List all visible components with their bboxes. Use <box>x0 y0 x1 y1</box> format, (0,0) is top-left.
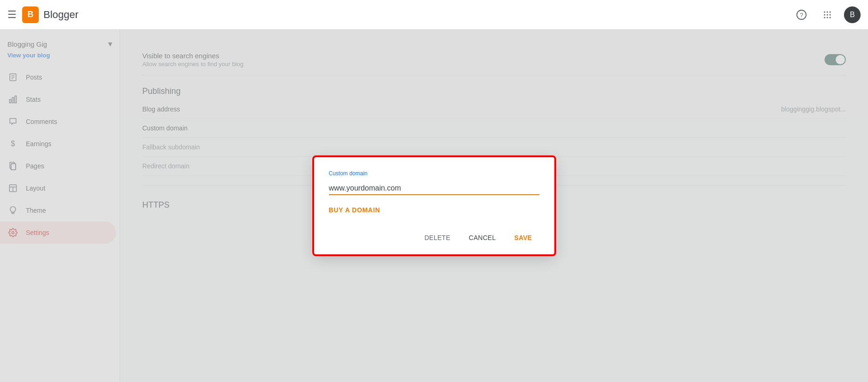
nav-right: ? B <box>792 6 861 24</box>
svg-point-3 <box>827 11 828 12</box>
svg-point-8 <box>824 17 826 18</box>
buy-domain-button[interactable]: BUY A DOMAIN <box>329 206 380 214</box>
cancel-button[interactable]: CANCEL <box>461 230 503 245</box>
svg-point-5 <box>824 14 826 15</box>
domain-input[interactable] <box>329 182 540 195</box>
brand-logo: B <box>22 6 39 23</box>
modal-overlay: Custom domain BUY A DOMAIN DELETE CANCEL… <box>0 30 868 382</box>
user-avatar[interactable]: B <box>844 6 861 23</box>
svg-point-7 <box>830 14 831 15</box>
dialog-actions: DELETE CANCEL SAVE <box>329 227 540 245</box>
svg-point-2 <box>824 11 826 12</box>
svg-point-10 <box>830 17 831 18</box>
apps-grid-icon[interactable] <box>818 6 837 24</box>
dialog-label: Custom domain <box>329 170 540 177</box>
help-icon[interactable]: ? <box>792 6 811 24</box>
custom-domain-dialog: Custom domain BUY A DOMAIN DELETE CANCEL… <box>314 157 554 254</box>
hamburger-icon[interactable]: ☰ <box>7 9 17 21</box>
top-nav: ☰ B Blogger ? B <box>0 0 868 30</box>
svg-text:?: ? <box>800 12 803 18</box>
svg-point-6 <box>827 14 828 15</box>
brand-name: Blogger <box>43 9 792 21</box>
brand-logo-letter: B <box>28 10 34 19</box>
svg-point-9 <box>827 17 828 18</box>
svg-point-4 <box>830 11 831 12</box>
save-button[interactable]: SAVE <box>507 230 539 245</box>
delete-button[interactable]: DELETE <box>417 230 458 245</box>
